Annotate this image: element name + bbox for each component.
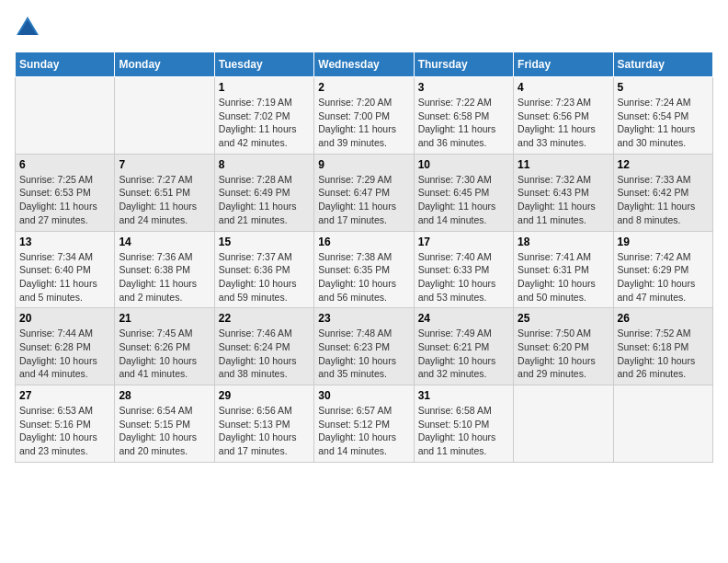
calendar-cell: 14Sunrise: 7:36 AM Sunset: 6:38 PM Dayli… (115, 231, 214, 308)
calendar-cell: 9Sunrise: 7:29 AM Sunset: 6:47 PM Daylig… (314, 154, 414, 231)
calendar-cell (613, 385, 712, 463)
calendar-cell: 27Sunrise: 6:53 AM Sunset: 5:16 PM Dayli… (16, 385, 115, 463)
day-number: 21 (119, 312, 210, 325)
day-number: 7 (119, 158, 210, 171)
day-info: Sunrise: 7:24 AM Sunset: 6:54 PM Dayligh… (618, 96, 709, 150)
calendar-table: SundayMondayTuesdayWednesdayThursdayFrid… (15, 52, 713, 463)
day-number: 13 (19, 236, 110, 248)
calendar-cell: 25Sunrise: 7:50 AM Sunset: 6:20 PM Dayli… (514, 308, 613, 385)
day-info: Sunrise: 7:32 AM Sunset: 6:43 PM Dayligh… (518, 173, 609, 227)
day-header-thursday: Thursday (414, 52, 513, 77)
day-number: 19 (618, 236, 709, 248)
logo (15, 15, 46, 40)
day-info: Sunrise: 7:23 AM Sunset: 6:56 PM Dayligh… (518, 96, 609, 150)
day-info: Sunrise: 7:48 AM Sunset: 6:23 PM Dayligh… (318, 327, 409, 381)
day-info: Sunrise: 7:36 AM Sunset: 6:38 PM Dayligh… (119, 250, 210, 304)
day-number: 25 (518, 312, 609, 325)
day-number: 18 (518, 236, 609, 248)
calendar-cell: 20Sunrise: 7:44 AM Sunset: 6:28 PM Dayli… (16, 308, 115, 385)
calendar-cell: 19Sunrise: 7:42 AM Sunset: 6:29 PM Dayli… (613, 231, 712, 308)
calendar-cell: 10Sunrise: 7:30 AM Sunset: 6:45 PM Dayli… (414, 154, 513, 231)
day-number: 23 (318, 312, 409, 325)
calendar-cell (16, 77, 115, 155)
calendar-cell: 18Sunrise: 7:41 AM Sunset: 6:31 PM Dayli… (514, 231, 613, 308)
day-number: 26 (618, 312, 709, 325)
day-info: Sunrise: 7:52 AM Sunset: 6:18 PM Dayligh… (618, 327, 709, 381)
calendar-cell: 24Sunrise: 7:49 AM Sunset: 6:21 PM Dayli… (414, 308, 513, 385)
calendar-cell: 4Sunrise: 7:23 AM Sunset: 6:56 PM Daylig… (514, 77, 613, 155)
day-info: Sunrise: 7:42 AM Sunset: 6:29 PM Dayligh… (618, 250, 709, 304)
day-number: 11 (518, 158, 609, 171)
calendar-cell: 11Sunrise: 7:32 AM Sunset: 6:43 PM Dayli… (514, 154, 613, 231)
calendar-cell: 3Sunrise: 7:22 AM Sunset: 6:58 PM Daylig… (414, 77, 513, 155)
day-number: 12 (618, 158, 709, 171)
day-info: Sunrise: 7:44 AM Sunset: 6:28 PM Dayligh… (19, 327, 110, 381)
day-number: 9 (318, 158, 409, 171)
day-number: 27 (19, 389, 110, 402)
calendar-cell: 6Sunrise: 7:25 AM Sunset: 6:53 PM Daylig… (16, 154, 115, 231)
calendar-cell: 26Sunrise: 7:52 AM Sunset: 6:18 PM Dayli… (613, 308, 712, 385)
day-header-monday: Monday (115, 52, 214, 77)
day-info: Sunrise: 6:58 AM Sunset: 5:10 PM Dayligh… (418, 404, 509, 458)
calendar-cell: 28Sunrise: 6:54 AM Sunset: 5:15 PM Dayli… (115, 385, 214, 463)
calendar-cell: 21Sunrise: 7:45 AM Sunset: 6:26 PM Dayli… (115, 308, 214, 385)
calendar-cell: 1Sunrise: 7:19 AM Sunset: 7:02 PM Daylig… (214, 77, 313, 155)
day-info: Sunrise: 7:20 AM Sunset: 7:00 PM Dayligh… (318, 96, 409, 150)
logo-icon (15, 15, 40, 40)
day-number: 10 (418, 158, 509, 171)
day-number: 5 (618, 81, 709, 94)
day-info: Sunrise: 6:57 AM Sunset: 5:12 PM Dayligh… (318, 404, 409, 458)
day-header-tuesday: Tuesday (214, 52, 313, 77)
day-info: Sunrise: 6:53 AM Sunset: 5:16 PM Dayligh… (19, 404, 110, 458)
day-info: Sunrise: 7:29 AM Sunset: 6:47 PM Dayligh… (318, 173, 409, 227)
day-info: Sunrise: 7:22 AM Sunset: 6:58 PM Dayligh… (418, 96, 509, 150)
day-number: 1 (219, 81, 310, 94)
calendar-cell (115, 77, 214, 155)
calendar-week-row: 20Sunrise: 7:44 AM Sunset: 6:28 PM Dayli… (16, 308, 713, 385)
day-number: 29 (219, 389, 310, 402)
day-number: 14 (119, 236, 210, 248)
day-info: Sunrise: 7:25 AM Sunset: 6:53 PM Dayligh… (19, 173, 110, 227)
day-number: 17 (418, 236, 509, 248)
page-header (15, 15, 713, 40)
day-info: Sunrise: 6:56 AM Sunset: 5:13 PM Dayligh… (219, 404, 310, 458)
day-number: 28 (119, 389, 210, 402)
calendar-cell: 12Sunrise: 7:33 AM Sunset: 6:42 PM Dayli… (613, 154, 712, 231)
calendar-cell: 15Sunrise: 7:37 AM Sunset: 6:36 PM Dayli… (214, 231, 313, 308)
calendar-cell: 2Sunrise: 7:20 AM Sunset: 7:00 PM Daylig… (314, 77, 414, 155)
day-number: 30 (318, 389, 409, 402)
day-number: 8 (219, 158, 310, 171)
day-number: 20 (19, 312, 110, 325)
day-info: Sunrise: 7:37 AM Sunset: 6:36 PM Dayligh… (219, 250, 310, 304)
calendar-week-row: 6Sunrise: 7:25 AM Sunset: 6:53 PM Daylig… (16, 154, 713, 231)
day-info: Sunrise: 7:50 AM Sunset: 6:20 PM Dayligh… (518, 327, 609, 381)
day-info: Sunrise: 7:45 AM Sunset: 6:26 PM Dayligh… (119, 327, 210, 381)
calendar-cell: 30Sunrise: 6:57 AM Sunset: 5:12 PM Dayli… (314, 385, 414, 463)
day-number: 31 (418, 389, 509, 402)
day-header-saturday: Saturday (613, 52, 712, 77)
calendar-cell: 7Sunrise: 7:27 AM Sunset: 6:51 PM Daylig… (115, 154, 214, 231)
day-number: 24 (418, 312, 509, 325)
calendar-cell: 29Sunrise: 6:56 AM Sunset: 5:13 PM Dayli… (214, 385, 313, 463)
day-info: Sunrise: 7:28 AM Sunset: 6:49 PM Dayligh… (219, 173, 310, 227)
day-info: Sunrise: 7:19 AM Sunset: 7:02 PM Dayligh… (219, 96, 310, 150)
day-number: 4 (518, 81, 609, 94)
calendar-cell: 22Sunrise: 7:46 AM Sunset: 6:24 PM Dayli… (214, 308, 313, 385)
calendar-cell: 23Sunrise: 7:48 AM Sunset: 6:23 PM Dayli… (314, 308, 414, 385)
day-info: Sunrise: 7:38 AM Sunset: 6:35 PM Dayligh… (318, 250, 409, 304)
day-number: 16 (318, 236, 409, 248)
day-info: Sunrise: 7:33 AM Sunset: 6:42 PM Dayligh… (618, 173, 709, 227)
day-info: Sunrise: 7:46 AM Sunset: 6:24 PM Dayligh… (219, 327, 310, 381)
calendar-cell: 16Sunrise: 7:38 AM Sunset: 6:35 PM Dayli… (314, 231, 414, 308)
day-number: 3 (418, 81, 509, 94)
day-header-wednesday: Wednesday (314, 52, 414, 77)
calendar-cell: 8Sunrise: 7:28 AM Sunset: 6:49 PM Daylig… (214, 154, 313, 231)
calendar-header-row: SundayMondayTuesdayWednesdayThursdayFrid… (16, 52, 713, 77)
day-info: Sunrise: 7:41 AM Sunset: 6:31 PM Dayligh… (518, 250, 609, 304)
day-info: Sunrise: 7:40 AM Sunset: 6:33 PM Dayligh… (418, 250, 509, 304)
day-number: 15 (219, 236, 310, 248)
day-info: Sunrise: 7:34 AM Sunset: 6:40 PM Dayligh… (19, 250, 110, 304)
calendar-cell: 13Sunrise: 7:34 AM Sunset: 6:40 PM Dayli… (16, 231, 115, 308)
day-number: 22 (219, 312, 310, 325)
day-info: Sunrise: 7:27 AM Sunset: 6:51 PM Dayligh… (119, 173, 210, 227)
